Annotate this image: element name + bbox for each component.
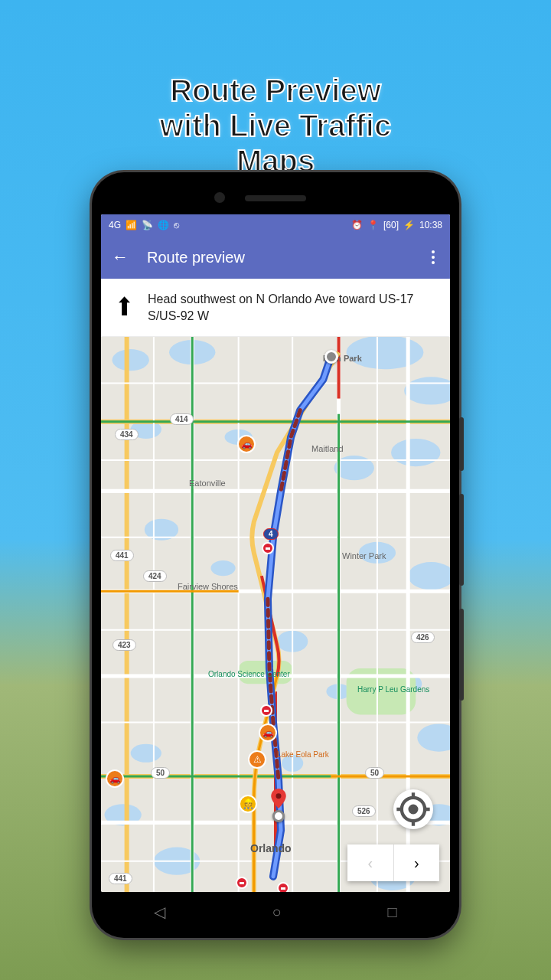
svg-point-24 xyxy=(276,793,282,799)
label-fairview: Fairview Shores xyxy=(178,582,238,591)
label-eatonville: Eatonville xyxy=(189,479,226,488)
poi-leu-gardens: Harry P Leu Gardens xyxy=(357,685,429,694)
svg-point-7 xyxy=(391,439,440,466)
status-bar: 4G 📶 📡 🌐 ⎋ ⏰ 📍 [60] ⚡ 10:38 xyxy=(101,214,450,236)
battery-indicator: [60] xyxy=(383,220,399,230)
incident-icon[interactable]: 🚗 xyxy=(259,724,277,742)
warning-icon[interactable]: ⚠ xyxy=(248,750,266,769)
route-end xyxy=(272,810,285,822)
app-bar: ← Route preview xyxy=(101,236,450,279)
destination-pin-icon[interactable] xyxy=(269,789,289,808)
poi-eola: Lake Eola Park xyxy=(277,750,329,759)
shield-424: 424 xyxy=(143,570,167,582)
road-closed-icon[interactable] xyxy=(262,542,274,554)
construction-icon[interactable]: 👷 xyxy=(239,795,257,813)
straight-arrow-icon: ⬆ xyxy=(115,290,134,325)
shield-50a: 50 xyxy=(151,767,170,779)
back-button[interactable]: ← xyxy=(112,247,129,267)
promo-line1: Route Preview xyxy=(138,73,413,108)
poi-science-center: Orlando Science Center xyxy=(208,670,290,678)
system-navbar: ◁ ○ □ xyxy=(101,895,450,929)
svg-point-26 xyxy=(410,806,417,813)
usb-icon: ⎋ xyxy=(174,220,179,230)
network-indicator: 4G xyxy=(109,220,121,230)
phone-frame: 4G 📶 📡 🌐 ⎋ ⏰ 📍 [60] ⚡ 10:38 ← Route prev… xyxy=(92,172,459,938)
menu-button[interactable] xyxy=(427,246,439,269)
svg-point-9 xyxy=(210,560,235,576)
nav-back-button[interactable]: ◁ xyxy=(154,903,165,921)
signal-icon: 📶 xyxy=(126,220,137,230)
svg-point-16 xyxy=(131,744,161,763)
power-button xyxy=(459,417,464,471)
prev-step-button[interactable]: ‹ xyxy=(347,844,393,881)
shield-526: 526 xyxy=(352,805,376,817)
shield-50b: 50 xyxy=(365,767,384,779)
incident-icon[interactable]: 🚗 xyxy=(237,435,256,453)
alarm-icon: ⏰ xyxy=(351,220,363,230)
direction-text: Head southwest on N Orlando Ave toward U… xyxy=(148,291,436,324)
appbar-title: Route preview xyxy=(147,249,245,266)
volume-up-button xyxy=(459,494,464,586)
nav-recent-button[interactable]: □ xyxy=(387,903,396,921)
speaker-grille xyxy=(245,195,306,201)
direction-card[interactable]: ⬆ Head southwest on N Orlando Ave toward… xyxy=(101,279,450,336)
wifi-icon: 📡 xyxy=(142,220,153,230)
clock: 10:38 xyxy=(419,220,442,230)
shield-426: 426 xyxy=(411,632,435,643)
shield-441b: 441 xyxy=(109,873,132,884)
volume-down-button xyxy=(459,609,464,701)
promo-line2: with Live Traffic Maps xyxy=(138,108,413,178)
road-closed-icon[interactable] xyxy=(260,704,272,717)
svg-point-11 xyxy=(408,562,450,590)
nav-home-button[interactable]: ○ xyxy=(272,903,281,921)
svg-point-3 xyxy=(404,377,450,404)
label-orlando: Orlando xyxy=(250,842,292,854)
step-controls: ‹ › xyxy=(347,844,439,881)
road-closed-icon[interactable] xyxy=(277,882,289,892)
globe-icon: 🌐 xyxy=(158,220,169,230)
label-maitland: Maitland xyxy=(311,444,344,453)
screen: 4G 📶 📡 🌐 ⎋ ⏰ 📍 [60] ⚡ 10:38 ← Route prev… xyxy=(101,214,450,892)
road-closed-icon[interactable] xyxy=(236,877,248,889)
label-winter-park: Winter Park xyxy=(342,551,386,560)
shield-423: 423 xyxy=(112,639,136,651)
promo-title: Route Preview with Live Traffic Maps xyxy=(138,73,413,178)
location-icon: 📍 xyxy=(367,220,379,230)
front-camera xyxy=(214,192,225,203)
svg-point-0 xyxy=(112,349,149,371)
charging-icon: ⚡ xyxy=(403,220,415,230)
next-step-button[interactable]: › xyxy=(394,844,440,881)
svg-point-15 xyxy=(417,724,450,751)
shield-414: 414 xyxy=(170,413,194,425)
incident-icon[interactable]: 🚗 xyxy=(106,769,124,788)
recenter-button[interactable] xyxy=(393,789,433,829)
route-start xyxy=(324,350,338,364)
map-view[interactable]: Fern Park Maitland Eatonville Fairview S… xyxy=(101,337,450,892)
shield-434: 434 xyxy=(115,429,139,440)
shield-441a: 441 xyxy=(110,550,134,561)
shield-i4: 4 xyxy=(263,528,279,540)
